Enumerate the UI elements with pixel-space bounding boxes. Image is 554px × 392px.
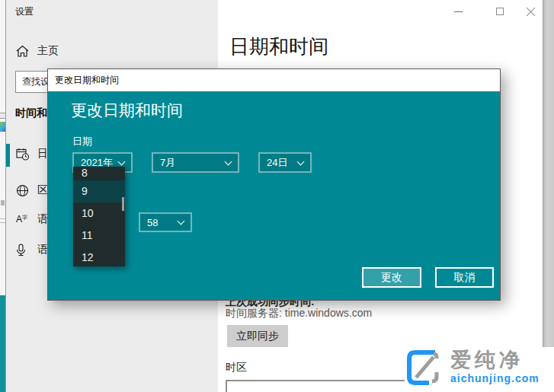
desktop-strip-right bbox=[543, 0, 554, 392]
globe-icon bbox=[16, 184, 30, 197]
time-server-text: 时间服务器: time.windows.com bbox=[226, 307, 372, 320]
month-value: 7月 bbox=[160, 156, 175, 170]
dialog-title: 更改日期和时间 bbox=[55, 74, 119, 87]
calendar-clock-icon bbox=[16, 148, 30, 161]
maximize-button[interactable] bbox=[485, 0, 515, 23]
watermark-logo: 爱纯净 aichunjing.com bbox=[405, 347, 554, 392]
minimize-button[interactable] bbox=[443, 0, 473, 23]
home-icon bbox=[16, 45, 30, 57]
page-title: 日期和时间 bbox=[229, 33, 328, 60]
screen: { "window": { "title": "设置" }, "sidebar"… bbox=[0, 0, 554, 392]
day-dropdown[interactable]: 24日 bbox=[258, 152, 312, 173]
minute-dropdown[interactable]: 58 bbox=[139, 212, 192, 232]
brand-name: 爱纯净 bbox=[450, 347, 540, 373]
hour-option[interactable]: 8 bbox=[73, 167, 125, 180]
desktop-window-fragment bbox=[0, 113, 5, 119]
desktop-icon-fragment bbox=[0, 122, 5, 132]
maximize-icon bbox=[496, 8, 504, 15]
close-icon bbox=[527, 7, 536, 16]
chevron-down-icon bbox=[297, 158, 305, 165]
cancel-button[interactable]: 取消 bbox=[435, 267, 494, 288]
desktop-text-fragment bbox=[1, 200, 5, 206]
microphone-icon bbox=[16, 244, 30, 257]
chevron-down-icon bbox=[118, 158, 126, 165]
list-scrollbar[interactable] bbox=[122, 197, 124, 211]
minimize-icon bbox=[454, 11, 463, 12]
day-value: 24日 bbox=[267, 156, 287, 170]
language-icon: A字 bbox=[16, 215, 30, 224]
change-date-time-dialog: 更改日期和时间 更改日期和时间 日期 2021年 7月 24日 58 8 9 1… bbox=[47, 69, 501, 301]
minute-value: 58 bbox=[147, 217, 158, 228]
hour-option[interactable]: 11 bbox=[73, 225, 125, 247]
sidebar-item-home[interactable]: 主页 bbox=[6, 40, 218, 62]
month-dropdown[interactable]: 7月 bbox=[152, 152, 239, 173]
hour-option[interactable]: 10 bbox=[73, 202, 125, 225]
hour-option[interactable]: 12 bbox=[73, 247, 125, 266]
date-label: 日期 bbox=[72, 135, 92, 148]
chevron-down-icon bbox=[225, 158, 232, 165]
desktop-wallpaper-fragment bbox=[0, 295, 5, 392]
chevron-down-icon bbox=[178, 218, 185, 225]
window-title: 设置 bbox=[15, 5, 34, 18]
hour-dropdown-list: 8 9 10 11 12 bbox=[73, 167, 125, 266]
dialog-heading: 更改日期和时间 bbox=[71, 100, 183, 121]
sync-now-button[interactable]: 立即同步 bbox=[227, 325, 288, 347]
dialog-titlebar[interactable]: 更改日期和时间 bbox=[48, 69, 500, 91]
close-button[interactable] bbox=[516, 0, 546, 23]
change-button[interactable]: 更改 bbox=[362, 267, 421, 288]
timezone-label: 时区 bbox=[226, 361, 247, 374]
aichunjing-logo-icon bbox=[406, 349, 443, 386]
hour-option-selected[interactable]: 9 bbox=[73, 180, 125, 202]
sidebar-home-label: 主页 bbox=[37, 44, 59, 58]
brand-domain[interactable]: aichunjing.com bbox=[450, 373, 540, 384]
desktop-window-fragment-2 bbox=[0, 218, 5, 223]
